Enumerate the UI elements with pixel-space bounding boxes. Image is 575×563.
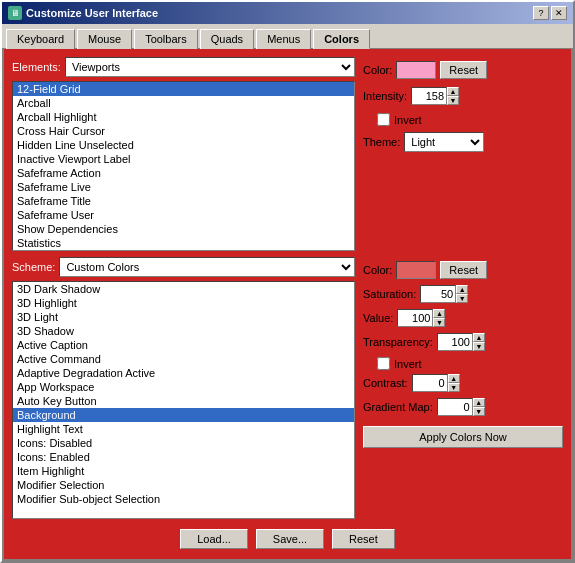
- close-button[interactable]: ✕: [551, 6, 567, 20]
- tab-quads[interactable]: Quads: [200, 29, 254, 49]
- list-item[interactable]: App Workspace: [13, 380, 354, 394]
- main-window: 🖥 Customize User Interface ? ✕ Keyboard …: [0, 0, 575, 563]
- saturation-field[interactable]: [420, 285, 456, 303]
- theme-select[interactable]: Light Dark: [404, 132, 484, 152]
- color-row-bottom: Color: Reset: [363, 261, 563, 279]
- gradient-up-arrow[interactable]: ▲: [473, 398, 485, 407]
- saturation-down-arrow[interactable]: ▼: [456, 294, 468, 303]
- transparency-down-arrow[interactable]: ▼: [473, 342, 485, 351]
- value-field[interactable]: [397, 309, 433, 327]
- saturation-label: Saturation:: [363, 288, 416, 300]
- intensity-arrows: ▲ ▼: [447, 87, 459, 105]
- value-row: Value: ▲ ▼: [363, 309, 563, 327]
- invert-checkbox-top[interactable]: [377, 113, 390, 126]
- bottom-color-swatch[interactable]: [396, 261, 436, 279]
- value-arrows: ▲ ▼: [433, 309, 445, 327]
- list-item[interactable]: 3D Shadow: [13, 324, 354, 338]
- intensity-label: Intensity:: [363, 90, 407, 102]
- list-item[interactable]: Inactive Viewport Label: [13, 152, 354, 166]
- list-item[interactable]: 3D Light: [13, 310, 354, 324]
- contrast-spinner[interactable]: ▲ ▼: [412, 374, 460, 392]
- value-down-arrow[interactable]: ▼: [433, 318, 445, 327]
- list-item[interactable]: Modifier Sub-object Selection: [13, 492, 354, 506]
- apply-colors-button[interactable]: Apply Colors Now: [363, 426, 563, 448]
- contrast-down-arrow[interactable]: ▼: [448, 383, 460, 392]
- gradient-spinner[interactable]: ▲ ▼: [437, 398, 485, 416]
- gradient-arrows: ▲ ▼: [473, 398, 485, 416]
- tab-mouse[interactable]: Mouse: [77, 29, 132, 49]
- transparency-spinner[interactable]: ▲ ▼: [437, 333, 485, 351]
- list-item[interactable]: Safeframe User: [13, 208, 354, 222]
- tab-toolbars[interactable]: Toolbars: [134, 29, 198, 49]
- list-item[interactable]: Active Command: [13, 352, 354, 366]
- list-item[interactable]: 12-Field Grid: [13, 82, 354, 96]
- save-button[interactable]: Save...: [256, 529, 324, 549]
- transparency-field[interactable]: [437, 333, 473, 351]
- transparency-arrows: ▲ ▼: [473, 333, 485, 351]
- list-item[interactable]: Item Highlight: [13, 464, 354, 478]
- reset-all-button[interactable]: Reset: [332, 529, 395, 549]
- scheme-select[interactable]: Custom Colors: [59, 257, 355, 277]
- list-item[interactable]: Icons: Disabled: [13, 436, 354, 450]
- list-item[interactable]: Active Caption: [13, 338, 354, 352]
- tab-menus[interactable]: Menus: [256, 29, 311, 49]
- tab-bar: Keyboard Mouse Toolbars Quads Menus Colo…: [2, 24, 573, 48]
- transparency-up-arrow[interactable]: ▲: [473, 333, 485, 342]
- gradient-down-arrow[interactable]: ▼: [473, 407, 485, 416]
- list-item[interactable]: Safeframe Title: [13, 194, 354, 208]
- list-item[interactable]: Arcball: [13, 96, 354, 110]
- elements-select[interactable]: Viewports: [65, 57, 355, 77]
- top-listbox[interactable]: 12-Field Grid Arcball Arcball Highlight …: [12, 81, 355, 251]
- bottom-listbox[interactable]: 3D Dark Shadow 3D Highlight 3D Light 3D …: [12, 281, 355, 519]
- gradient-field[interactable]: [437, 398, 473, 416]
- intensity-field[interactable]: [411, 87, 447, 105]
- bottom-section: Scheme: Custom Colors 3D Dark Shadow 3D …: [12, 257, 563, 519]
- list-item[interactable]: Show Dependencies: [13, 222, 354, 236]
- list-item[interactable]: Adaptive Degradation Active: [13, 366, 354, 380]
- list-item[interactable]: Safeframe Action: [13, 166, 354, 180]
- list-item[interactable]: Auto Key Button: [13, 394, 354, 408]
- bottom-color-label: Color:: [363, 264, 392, 276]
- value-spinner[interactable]: ▲ ▼: [397, 309, 445, 327]
- list-item[interactable]: Hidden Line Unselected: [13, 138, 354, 152]
- top-left-panel: Elements: Viewports 12-Field Grid Arcbal…: [12, 57, 355, 251]
- help-button[interactable]: ?: [533, 6, 549, 20]
- intensity-down-arrow[interactable]: ▼: [447, 96, 459, 105]
- invert-row-bottom: Invert: [377, 357, 563, 370]
- color-row-top: Color: Reset: [363, 61, 563, 79]
- top-reset-button[interactable]: Reset: [440, 61, 487, 79]
- title-bar: 🖥 Customize User Interface ? ✕: [2, 2, 573, 24]
- list-item[interactable]: 3D Highlight: [13, 296, 354, 310]
- list-item[interactable]: Icons: Enabled: [13, 450, 354, 464]
- bottom-reset-button[interactable]: Reset: [440, 261, 487, 279]
- intensity-up-arrow[interactable]: ▲: [447, 87, 459, 96]
- contrast-up-arrow[interactable]: ▲: [448, 374, 460, 383]
- tab-colors[interactable]: Colors: [313, 29, 370, 49]
- top-color-swatch[interactable]: [396, 61, 436, 79]
- title-buttons: ? ✕: [533, 6, 567, 20]
- invert-checkbox-bottom[interactable]: [377, 357, 390, 370]
- list-item[interactable]: Highlight Text: [13, 422, 354, 436]
- tab-keyboard[interactable]: Keyboard: [6, 29, 75, 49]
- top-color-label: Color:: [363, 64, 392, 76]
- top-right-panel: Color: Reset Intensity: ▲ ▼: [363, 57, 563, 251]
- list-item[interactable]: Background: [13, 408, 354, 422]
- gradient-label: Gradient Map:: [363, 401, 433, 413]
- list-item[interactable]: Safeframe Live: [13, 180, 354, 194]
- list-item[interactable]: Statistics: [13, 236, 354, 250]
- value-up-arrow[interactable]: ▲: [433, 309, 445, 318]
- elements-row: Elements: Viewports: [12, 57, 355, 77]
- intensity-row: Intensity: ▲ ▼: [363, 87, 563, 105]
- saturation-spinner[interactable]: ▲ ▼: [420, 285, 468, 303]
- intensity-spinner[interactable]: ▲ ▼: [411, 87, 459, 105]
- value-label: Value:: [363, 312, 393, 324]
- window-title: Customize User Interface: [26, 7, 158, 19]
- load-button[interactable]: Load...: [180, 529, 248, 549]
- saturation-up-arrow[interactable]: ▲: [456, 285, 468, 294]
- list-item[interactable]: Cross Hair Cursor: [13, 124, 354, 138]
- invert-row-top: Invert: [377, 113, 563, 126]
- list-item[interactable]: 3D Dark Shadow: [13, 282, 354, 296]
- list-item[interactable]: Arcball Highlight: [13, 110, 354, 124]
- list-item[interactable]: Modifier Selection: [13, 478, 354, 492]
- contrast-field[interactable]: [412, 374, 448, 392]
